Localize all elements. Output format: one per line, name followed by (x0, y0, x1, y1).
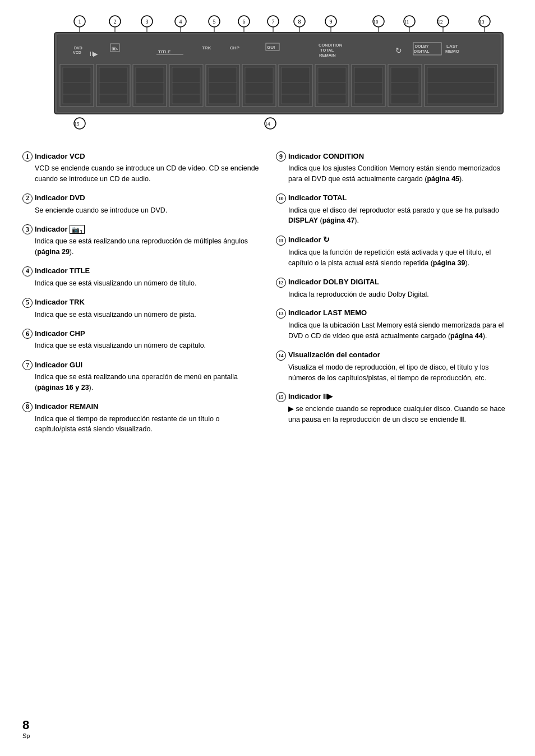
indicator-1-title: Indicador VCD (35, 152, 85, 160)
svg-text:CONDITION: CONDITION (319, 43, 342, 48)
svg-text:6: 6 (243, 19, 246, 25)
indicator-14-desc: Visualiza el modo de reproducción, el ti… (276, 362, 513, 384)
display-panel: 1 2 3 4 5 6 7 (22, 11, 513, 135)
num-circle-7: 7 (22, 360, 33, 370)
indicator-9-title: Indicador CONDITION (288, 152, 364, 160)
indicator-5-title: Indicador TRK (35, 298, 85, 306)
indicator-4: 4 Indicador TITLE Indica que se está vis… (22, 266, 259, 289)
svg-text:9: 9 (330, 19, 333, 25)
indicator-11-desc: Indica que la función de repetición está… (276, 247, 513, 269)
svg-rect-65 (99, 67, 127, 104)
indicator-13-desc: Indica que la ubicación Last Memory está… (276, 320, 513, 342)
indicator-8: 8 Indicador REMAIN Indica que el tiempo … (22, 402, 259, 435)
indicator-2-desc: Se enciende cuando se introduce un DVD. (22, 205, 259, 216)
svg-text:11: 11 (404, 19, 409, 25)
content-area: 1 Indicador VCD VCD se enciende cuando s… (22, 151, 513, 444)
num-circle-12: 12 (276, 278, 286, 288)
indicator-9-desc: Indica que los ajustes Condition Memory … (276, 163, 513, 185)
indicator-1: 1 Indicador VCD VCD se enciende cuando s… (22, 151, 259, 185)
svg-rect-73 (172, 67, 200, 104)
bottom-circles: 15 14 (74, 114, 276, 129)
indicator-11: 11 Indicador ↻ Indica que la función de … (276, 235, 513, 269)
indicator-12: 12 Indicador DOLBY DIGITAL Indica la rep… (276, 278, 513, 300)
svg-text:5: 5 (213, 19, 216, 25)
digit-blocks (60, 64, 497, 107)
indicator-7-desc: Indica que se está realizando una operac… (22, 372, 259, 393)
svg-text:TOTAL: TOTAL (320, 48, 334, 53)
indicator-10-title: Indicador TOTAL (288, 193, 347, 202)
indicator-3-desc: Indica que se está realizando una reprod… (22, 236, 259, 257)
indicator-6: 6 Indicador CHP Indica que se está visua… (22, 329, 259, 351)
num-circle-8: 8 (22, 402, 33, 412)
num-circle-11: 11 (276, 236, 286, 246)
number-circles-top: 1 2 3 4 5 6 7 (74, 16, 490, 27)
num-circle-3: 3 (22, 224, 33, 234)
indicator-8-desc: Indica que el tiempo de reproducción res… (22, 414, 259, 435)
num-circle-10: 10 (276, 193, 286, 204)
indicator-5: 5 Indicador TRK Indica que se está visua… (22, 298, 259, 320)
indicator-15-desc: ▶ se enciende cuando se reproduce cualqu… (276, 404, 513, 425)
svg-text:MEMO: MEMO (445, 49, 459, 54)
indicator-2-title: Indicador DVD (35, 193, 85, 202)
num-circle-15: 15 (276, 392, 286, 402)
svg-text:TRK: TRK (202, 45, 211, 50)
indicator-10-desc: Indica que el disco del reproductor está… (276, 205, 513, 227)
svg-text:12: 12 (438, 19, 443, 25)
svg-text:7: 7 (272, 19, 275, 25)
num-circle-2: 2 (22, 193, 33, 204)
num-circle-5: 5 (22, 298, 33, 308)
svg-rect-81 (245, 67, 273, 104)
indicator-12-desc: Indica la reproducción de audio Dolby Di… (276, 289, 513, 300)
indicator-15: 15 Indicador II▶ ▶ se enciende cuando se… (276, 392, 513, 425)
page-lang: Sp (22, 732, 30, 739)
svg-text:DVD: DVD (74, 46, 82, 50)
indicator-7-title: Indicador GUI (35, 361, 82, 369)
indicator-15-title: Indicador II▶ (288, 392, 333, 400)
indicator-12-title: Indicador DOLBY DIGITAL (288, 278, 379, 286)
num-circle-4: 4 (22, 266, 33, 276)
svg-text:3: 3 (146, 19, 149, 25)
num-circle-9: 9 (276, 151, 286, 162)
svg-text:DIGITAL: DIGITAL (414, 49, 430, 53)
svg-text:15: 15 (75, 121, 80, 127)
svg-rect-77 (209, 67, 237, 104)
svg-text:TITLE: TITLE (158, 49, 171, 54)
indicator-13: 13 Indicador LAST MEMO Indica que la ubi… (276, 308, 513, 342)
svg-text:↻: ↻ (395, 46, 402, 55)
svg-text:REMAIN: REMAIN (319, 53, 336, 58)
svg-text:II▶: II▶ (90, 50, 98, 57)
num-circle-6: 6 (22, 329, 33, 339)
left-column: 1 Indicador VCD VCD se enciende cuando s… (22, 151, 259, 444)
indicator-6-desc: Indica que se está visualizando un númer… (22, 340, 259, 351)
indicator-5-desc: Indica que se está visualizando un númer… (22, 310, 259, 320)
indicator-3: 3 Indicador 📷1 Indica que se está realiz… (22, 224, 259, 257)
indicator-4-title: Indicador TITLE (35, 266, 90, 275)
indicator-4-desc: Indica que se está visualizando un númer… (22, 278, 259, 289)
svg-text:13: 13 (479, 19, 485, 25)
svg-rect-69 (136, 67, 164, 104)
indicator-3-title: Indicador 📷1 (35, 225, 85, 234)
svg-text:8: 8 (298, 19, 301, 25)
num-circle-1: 1 (22, 151, 33, 162)
svg-rect-101 (427, 67, 495, 104)
indicator-8-title: Indicador REMAIN (35, 402, 98, 411)
indicator-7: 7 Indicador GUI Indica que se está reali… (22, 360, 259, 393)
num-circle-14: 14 (276, 351, 286, 361)
svg-text:1: 1 (79, 19, 81, 25)
svg-text:2: 2 (114, 19, 117, 25)
indicator-9: 9 Indicador CONDITION Indica que los aju… (276, 151, 513, 185)
indicator-14-title: Visualización del contador (288, 351, 380, 359)
right-column: 9 Indicador CONDITION Indica que los aju… (276, 151, 513, 444)
svg-rect-89 (318, 67, 346, 104)
svg-text:10: 10 (373, 19, 379, 25)
indicator-10: 10 Indicador TOTAL Indica que el disco d… (276, 193, 513, 227)
page-number: 8 (22, 718, 29, 732)
indicator-13-title: Indicador LAST MEMO (288, 308, 367, 317)
indicator-6-title: Indicador CHP (35, 329, 85, 338)
svg-text:14: 14 (265, 121, 271, 127)
svg-text:GUI: GUI (267, 45, 275, 50)
svg-rect-85 (282, 67, 310, 104)
num-circle-13: 13 (276, 308, 286, 319)
svg-rect-93 (354, 67, 382, 104)
svg-rect-97 (391, 67, 419, 104)
